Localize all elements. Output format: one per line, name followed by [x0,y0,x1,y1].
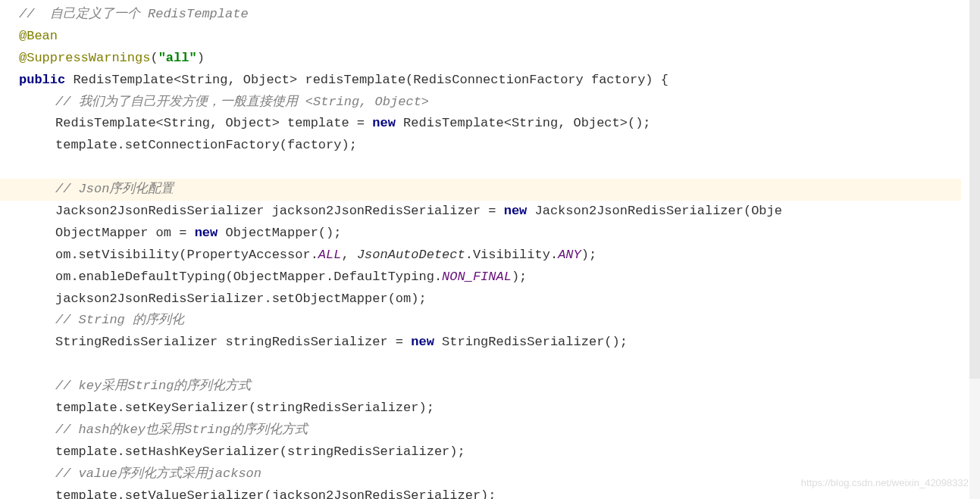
code-line: // 我们为了自己开发方便，一般直接使用 <String, Object> [19,92,980,114]
code-text: ObjectMapper om = [55,226,195,240]
type-name: JsonAutoDetect [357,248,465,262]
code-text: template.setValueSerializer(jackson2Json… [55,488,496,499]
code-line: template.setKeySerializer(stringRedisSer… [19,398,980,419]
comment: 序列化配置 [109,182,174,196]
code-text: om.enableDefaultTyping(ObjectMapper.Defa… [55,270,442,284]
annotation: @Bean [19,29,58,43]
keyword: new [195,226,218,240]
code-line: Jackson2JsonRedisSerializer jackson2Json… [19,201,980,223]
comment: // Json [55,182,109,196]
comment: // 我们为了自己开发方便，一般直接使用 <String, Object> [55,95,429,109]
constant: NON_FINAL [442,270,512,284]
code-text: template.setConnectionFactory(factory); [55,138,357,152]
code-text: Jackson2JsonRedisSerializer(Obje [527,204,782,218]
code-line: // key采用String的序列化方式 [19,376,980,398]
code-line: // 自己定义了一个 RedisTemplate [19,4,980,26]
code-line [19,354,980,376]
code-line: @SuppressWarnings("all") [19,48,980,70]
code-line: om.enableDefaultTyping(ObjectMapper.Defa… [19,267,980,288]
code-text: RedisTemplate<String, Object> template = [55,116,372,130]
code-line: jackson2JsonRedisSerializer.setObjectMap… [19,288,980,310]
code-text: jackson2JsonRedisSerializer.setObjectMap… [55,292,427,306]
comment: // String 的序列化 [55,313,184,327]
comment: // 自己定义了一个 RedisTemplate [19,7,249,21]
code-line: RedisTemplate<String, Object> template =… [19,113,980,135]
code-line: @Bean [19,26,980,48]
keyword: new [372,116,396,130]
code-text: StringRedisSerializer stringRedisSeriali… [55,335,411,349]
constant: ALL [318,248,342,262]
code-line: om.setVisibility(PropertyAccessor.ALL, J… [19,245,980,267]
code-text: template.setKeySerializer(stringRedisSer… [55,401,434,415]
code-text: RedisTemplate<String, Object> redisTempl… [65,73,668,87]
code-text: template.setHashKeySerializer(stringRedi… [55,444,465,459]
code-text: RedisTemplate<String, Object>(); [396,116,651,130]
comment: // value序列化方式采用jackson [55,466,261,481]
keyword: public [19,73,65,87]
code-line: public RedisTemplate<String, Object> red… [19,70,980,92]
constant: ANY [558,248,581,262]
code-text: .Visibility. [465,248,558,262]
code-text: ObjectMapper(); [218,226,341,240]
code-line: // hash的key也采用String的序列化方式 [19,419,980,441]
code-text: ) [197,51,205,65]
code-line-highlighted: // Json序列化配置 [0,179,961,201]
comment: // key采用String的序列化方式 [55,379,251,393]
code-text: om.setVisibility(PropertyAccessor. [55,248,318,262]
code-text: ); [581,248,596,262]
code-editor[interactable]: // 自己定义了一个 RedisTemplate @Bean @Suppress… [19,4,980,499]
watermark-text: https://blog.csdn.net/weixin_42098332 [801,475,969,491]
code-line [19,157,980,179]
code-line: // String 的序列化 [19,310,980,332]
code-line: template.setHashKeySerializer(stringRedi… [19,441,980,463]
keyword: new [504,204,528,218]
code-text: ); [512,270,527,284]
annotation: @SuppressWarnings [19,51,150,65]
code-line: StringRedisSerializer stringRedisSeriali… [19,332,980,354]
scrollbar-thumb[interactable] [969,0,980,379]
string-literal: "all" [158,51,197,65]
code-line: ObjectMapper om = new ObjectMapper(); [19,223,980,245]
code-text: , [341,248,356,262]
code-line: template.setConnectionFactory(factory); [19,135,980,157]
keyword: new [411,335,434,349]
comment: // hash的key也采用String的序列化方式 [55,423,308,437]
code-text: Jackson2JsonRedisSerializer jackson2Json… [55,204,504,218]
code-text: ( [150,51,158,65]
code-text: StringRedisSerializer(); [434,335,628,349]
